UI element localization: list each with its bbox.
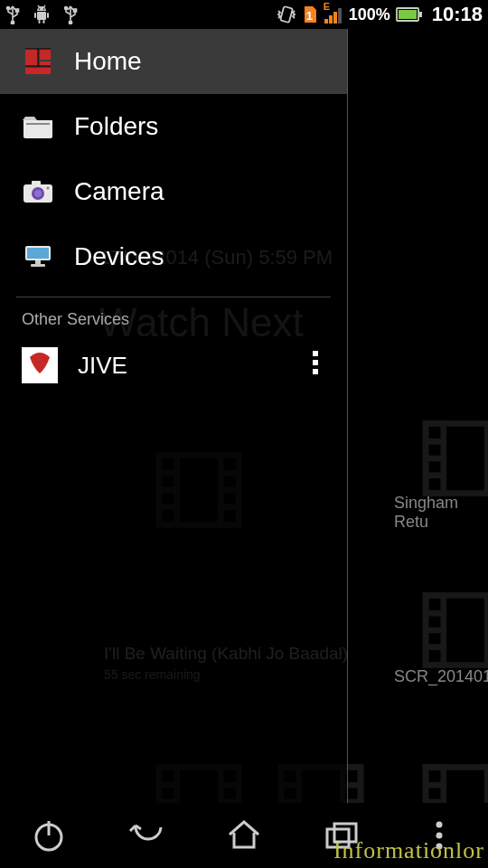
battery-percentage: 100% (349, 5, 390, 24)
svg-point-88 (34, 190, 42, 197)
usb-icon (63, 5, 78, 24)
svg-point-0 (11, 21, 14, 24)
nav-item-label: Folders (74, 112, 158, 141)
film-icon (416, 409, 488, 512)
svg-rect-79 (25, 68, 51, 74)
svg-rect-77 (25, 49, 38, 66)
nav-item-devices[interactable]: Devices (0, 224, 347, 289)
svg-rect-86 (32, 181, 41, 185)
sim-badge: 1 (306, 9, 313, 23)
signal-icon: E (324, 5, 343, 24)
back-button[interactable] (125, 814, 168, 857)
navigation-drawer: Home Folders C (0, 29, 348, 803)
svg-line-9 (44, 5, 46, 7)
home-button[interactable] (222, 814, 266, 857)
sim-card-icon: 1 (302, 5, 318, 24)
section-label-other-services: Other Services (0, 305, 347, 338)
svg-rect-13 (74, 9, 77, 12)
svg-rect-94 (313, 351, 318, 356)
nav-item-camera[interactable]: Camera (0, 159, 347, 224)
svg-point-2 (7, 7, 10, 10)
usb-icon (5, 5, 20, 24)
nav-item-folders[interactable]: Folders (0, 94, 347, 159)
svg-rect-5 (47, 13, 49, 18)
svg-point-12 (69, 21, 71, 24)
svg-rect-21 (399, 10, 417, 19)
svg-rect-3 (37, 12, 46, 20)
svg-point-11 (43, 8, 45, 10)
svg-point-101 (436, 822, 443, 828)
svg-rect-91 (27, 248, 49, 259)
svg-point-10 (39, 8, 41, 10)
jive-service-icon (22, 347, 58, 383)
service-item-label: JIVE (78, 352, 127, 380)
battery-icon (396, 6, 423, 23)
svg-rect-17 (329, 15, 333, 24)
service-overflow-menu[interactable] (305, 349, 325, 382)
svg-rect-6 (39, 20, 41, 24)
folder-icon (22, 110, 54, 143)
svg-rect-18 (333, 12, 337, 24)
svg-rect-96 (313, 369, 318, 374)
nav-item-home[interactable]: Home (0, 29, 347, 94)
camera-icon (22, 175, 54, 208)
svg-line-8 (38, 5, 40, 7)
nav-item-label: Devices (74, 242, 164, 271)
svg-rect-92 (35, 260, 41, 264)
svg-rect-78 (40, 49, 51, 60)
svg-rect-1 (16, 9, 19, 12)
devices-icon (22, 241, 54, 273)
svg-rect-80 (40, 61, 51, 66)
svg-rect-4 (34, 13, 36, 18)
svg-rect-7 (43, 20, 45, 24)
svg-rect-19 (338, 8, 342, 24)
watermark: Informationlor (333, 837, 484, 864)
svg-rect-84 (26, 123, 50, 125)
status-clock: 10:18 (432, 3, 483, 26)
android-debug-icon (33, 5, 51, 24)
svg-rect-16 (324, 19, 328, 24)
vibrate-icon (277, 5, 296, 24)
svg-rect-95 (313, 360, 318, 365)
service-item-jive[interactable]: JIVE (0, 338, 347, 392)
status-bar: 1 E 100% 10:18 (0, 0, 488, 29)
network-type: E (324, 1, 330, 12)
film-icon (416, 580, 488, 684)
svg-rect-22 (419, 12, 422, 17)
power-button[interactable] (27, 814, 70, 857)
svg-rect-93 (31, 264, 45, 267)
drawer-divider (16, 297, 331, 297)
home-icon (22, 45, 54, 78)
svg-point-89 (47, 187, 50, 190)
svg-point-14 (65, 7, 68, 10)
svg-rect-15 (280, 6, 293, 23)
nav-item-label: Camera (74, 177, 164, 206)
nav-item-label: Home (74, 47, 142, 76)
